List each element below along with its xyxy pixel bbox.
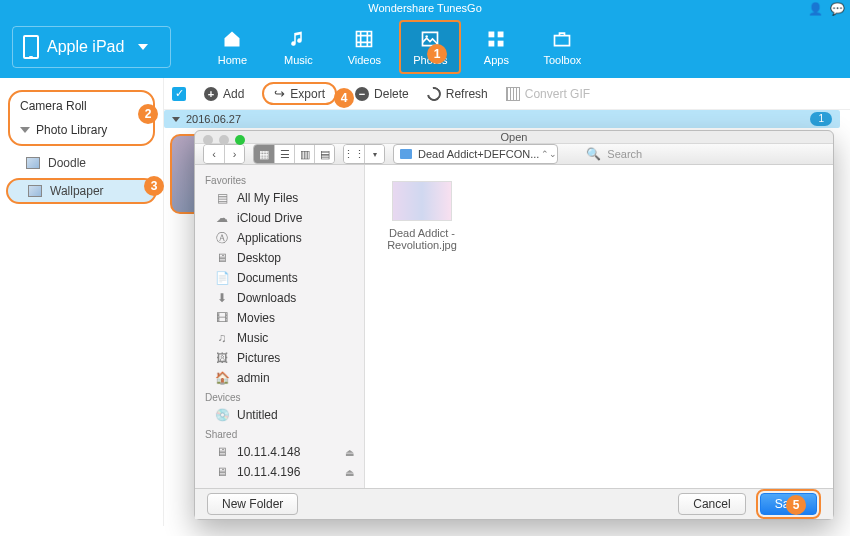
svg-rect-4 <box>498 41 504 47</box>
cloud-icon: ☁ <box>215 212 229 224</box>
nav-home-label: Home <box>218 54 247 66</box>
album-label: Wallpaper <box>50 184 104 198</box>
album-label: Doodle <box>48 156 86 170</box>
svg-rect-2 <box>498 32 504 38</box>
annotation-5: 5 <box>786 495 806 515</box>
search-placeholder: Search <box>607 148 642 160</box>
arrange-selector[interactable]: ⋮⋮▾ <box>343 144 385 164</box>
window-controls[interactable] <box>203 135 245 145</box>
photo-library-label: Photo Library <box>36 123 107 137</box>
new-folder-button[interactable]: New Folder <box>207 493 298 515</box>
ipad-icon <box>23 35 39 59</box>
videos-icon <box>352 28 376 50</box>
sidebar-album-doodle[interactable]: Doodle <box>0 150 163 176</box>
desktop-icon: 🖥 <box>215 252 229 264</box>
sidebar-item-camera-roll[interactable]: Camera Roll <box>10 94 153 118</box>
minus-icon: − <box>355 87 369 101</box>
svg-rect-3 <box>489 41 495 47</box>
icon-view-button[interactable]: ▦ <box>254 145 274 163</box>
sidebar-shared-1[interactable]: 🖥10.11.4.196⏏ <box>195 462 364 482</box>
file-name: Dead Addict - Revolution.jpg <box>381 227 463 251</box>
nav-apps-label: Apps <box>484 54 509 66</box>
folder-icon <box>400 149 412 159</box>
account-icon[interactable]: 👤 <box>808 1 820 13</box>
forward-icon[interactable]: › <box>224 145 244 163</box>
nav-apps[interactable]: Apps <box>465 20 527 74</box>
cancel-button[interactable]: Cancel <box>678 493 745 515</box>
file-thumbnail <box>392 181 452 221</box>
search-icon: 🔍 <box>586 147 601 161</box>
minimize-dot[interactable] <box>219 135 229 145</box>
sidebar-documents[interactable]: 📄Documents <box>195 268 364 288</box>
nav-videos[interactable]: Videos <box>333 20 395 74</box>
svg-rect-1 <box>489 32 495 38</box>
sidebar-device-untitled[interactable]: 💿Untitled <box>195 405 364 425</box>
annotation-1: 1 <box>427 44 447 64</box>
server-icon: 🖥 <box>215 446 229 458</box>
feedback-icon[interactable]: 💬 <box>830 1 842 13</box>
path-dropdown[interactable]: Dead Addict+DEFCON... ⌃⌄ <box>393 144 558 164</box>
allfiles-icon: ▤ <box>215 192 229 204</box>
export-button[interactable]: ↪Export <box>262 82 337 105</box>
search-field[interactable]: 🔍 Search <box>566 147 825 161</box>
file-item[interactable]: Dead Addict - Revolution.jpg <box>381 181 463 251</box>
sidebar-item-photo-library[interactable]: Photo Library <box>10 118 153 142</box>
devices-heading: Devices <box>195 388 364 405</box>
export-icon: ↪ <box>274 86 285 101</box>
nav-home[interactable]: Home <box>201 20 263 74</box>
sidebar-music[interactable]: ♫Music <box>195 328 364 348</box>
dialog-titlebar: Open <box>195 131 833 143</box>
sidebar-movies[interactable]: 🎞Movies <box>195 308 364 328</box>
refresh-label: Refresh <box>446 87 488 101</box>
sidebar-icloud[interactable]: ☁iCloud Drive <box>195 208 364 228</box>
sidebar-shared-0[interactable]: 🖥10.11.4.148⏏ <box>195 442 364 462</box>
dialog-file-list[interactable]: Dead Addict - Revolution.jpg <box>365 165 833 488</box>
eject-icon[interactable]: ⏏ <box>345 467 354 478</box>
sidebar-downloads[interactable]: ⬇Downloads <box>195 288 364 308</box>
sidebar-pictures[interactable]: 🖼Pictures <box>195 348 364 368</box>
back-icon[interactable]: ‹ <box>204 145 224 163</box>
sidebar-all-my-files[interactable]: ▤All My Files <box>195 188 364 208</box>
device-selector[interactable]: Apple iPad <box>12 26 171 68</box>
movies-icon: 🎞 <box>215 312 229 324</box>
nav-music[interactable]: Music <box>267 20 329 74</box>
list-view-button[interactable]: ☰ <box>274 145 294 163</box>
album-icon <box>26 157 40 169</box>
column-view-button[interactable]: ▥ <box>294 145 314 163</box>
date-label: 2016.06.27 <box>186 113 241 125</box>
chevron-down-icon <box>20 127 30 133</box>
add-button[interactable]: +Add <box>204 87 244 101</box>
nav-toolbox[interactable]: Toolbox <box>531 20 593 74</box>
pictures-icon: 🖼 <box>215 352 229 364</box>
zoom-dot[interactable] <box>235 135 245 145</box>
camera-roll-label: Camera Roll <box>20 99 87 113</box>
home-icon <box>220 28 244 50</box>
coverflow-view-button[interactable]: ▤ <box>314 145 334 163</box>
nav-videos-label: Videos <box>348 54 381 66</box>
convert-gif-button: Convert GIF <box>506 87 590 101</box>
date-group-header[interactable]: 2016.06.27 1 <box>164 110 840 128</box>
nav-back-forward[interactable]: ‹› <box>203 144 245 164</box>
dialog-footer: New Folder Cancel Save <box>195 488 833 519</box>
window-titlebar: Wondershare TunesGo 👤 💬 <box>0 0 850 16</box>
eject-icon[interactable]: ⏏ <box>345 447 354 458</box>
sidebar-applications[interactable]: ⒶApplications <box>195 228 364 248</box>
close-dot[interactable] <box>203 135 213 145</box>
refresh-button[interactable]: Refresh <box>427 87 488 101</box>
select-all-checkbox[interactable]: ✓ <box>172 87 186 101</box>
refresh-icon <box>424 84 443 103</box>
view-mode-selector[interactable]: ▦ ☰ ▥ ▤ <box>253 144 335 164</box>
add-label: Add <box>223 87 244 101</box>
documents-icon: 📄 <box>215 272 229 284</box>
film-icon <box>506 87 520 101</box>
chevron-down-icon <box>172 117 180 122</box>
apps-icon: Ⓐ <box>215 232 229 244</box>
svg-point-0 <box>426 35 429 38</box>
music-icon: ♫ <box>215 332 229 344</box>
sidebar-desktop[interactable]: 🖥Desktop <box>195 248 364 268</box>
sidebar-album-wallpaper[interactable]: Wallpaper <box>6 178 157 204</box>
delete-button[interactable]: −Delete <box>355 87 409 101</box>
toolbox-icon <box>550 28 574 50</box>
shared-heading: Shared <box>195 425 364 442</box>
sidebar-admin[interactable]: 🏠admin <box>195 368 364 388</box>
